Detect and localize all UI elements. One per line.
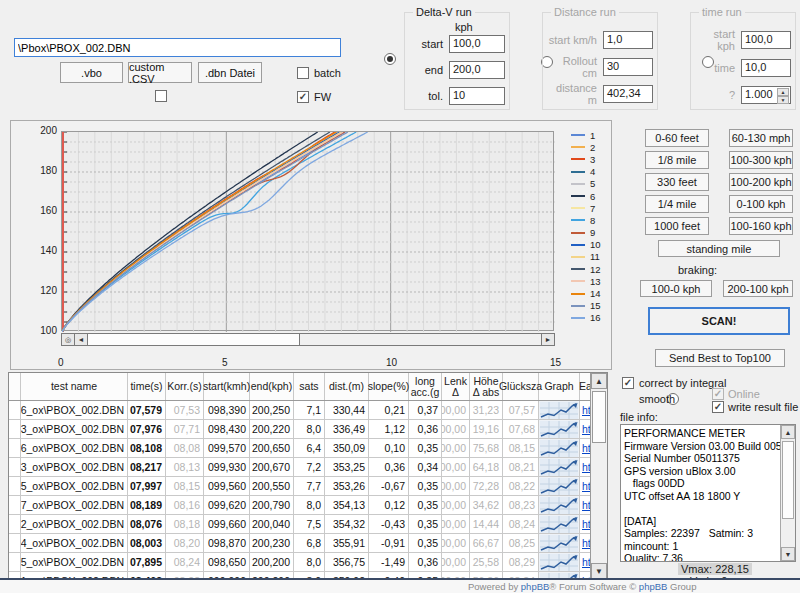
legend-swatch [571,317,585,319]
col-header-test-name[interactable]: test name [21,373,128,400]
btn-0-100-kph[interactable]: 0-100 kph [729,195,793,213]
time-run-start-input[interactable]: 100,0 [741,31,791,49]
distance-rollout-input[interactable]: 30 [603,58,653,76]
cell-graph[interactable] [539,401,580,419]
custom-csv-button[interactable]: custom .CSV [128,62,192,83]
deltav-end-input[interactable]: 200,0 [449,61,505,79]
col-header-end(kph)[interactable]: end(kph) [250,373,294,400]
fw-checkbox[interactable] [297,91,309,103]
cell-graph[interactable] [539,534,580,552]
btn-100-300-kph[interactable]: 100-300 kph [729,151,793,169]
col-header-dist.(m)[interactable]: dist.(m) [325,373,369,400]
cell-graph[interactable] [539,496,580,514]
table-vscrollbar[interactable]: ▲ ▼ [590,373,607,579]
col-header-lenk-δ[interactable]: Lenk Δ [442,373,470,400]
table-scroll-down-icon[interactable]: ▼ [591,563,607,579]
col-header-graph[interactable]: Graph [539,373,580,400]
batch-checkbox[interactable] [297,67,309,79]
scroll-right-icon[interactable]: ► [541,334,554,345]
btn-200-100-kph[interactable]: 200-100 kph [723,280,793,297]
btn-0-60-feet[interactable]: 0-60 feet [645,129,709,147]
table-row[interactable]: 5_ox\PBOX_002.DBN07,89508,24098,650200,2… [9,553,607,572]
cell-graph[interactable] [539,553,580,571]
row-header-cell[interactable] [9,515,21,533]
csv-option-checkbox[interactable] [155,90,167,102]
deltav-tol-input[interactable]: 10 [449,87,505,105]
correct-by-integral-checkbox[interactable] [622,377,634,389]
btn-1-8-mile[interactable]: 1/8 mile [645,151,709,169]
distance-m-input[interactable]: 402,34 [603,85,653,103]
send-best-top100-button[interactable]: Send Best to Top100 [655,349,785,367]
table-scroll-up-icon[interactable]: ▲ [591,373,607,389]
col-header-time(s)[interactable]: time(s) [128,373,166,400]
cell-graph[interactable] [539,515,580,533]
row-header-cell[interactable] [9,496,21,514]
btn-330-feet[interactable]: 330 feet [645,173,709,191]
table-row[interactable]: 14_ox\PBOX_002.DBN08,00308,20098,870200,… [9,534,607,553]
btn-60-130-mph[interactable]: 60-130 mph [729,129,793,147]
write-result-file-checkbox[interactable] [712,401,724,413]
phpbb-link[interactable]: phpBB [521,581,550,592]
cell-graph[interactable] [539,477,580,495]
row-header-cell[interactable] [9,477,21,495]
file-info-scroll-up-icon[interactable]: ▲ [781,425,795,439]
file-info-scrollbar[interactable]: ▲ ▼ [780,425,795,561]
row-header-cell[interactable] [9,553,21,571]
table-row[interactable]: 3_ox\PBOX_002.DBN07,97607,71098,430200,2… [9,420,607,439]
col-header-start(kmh)[interactable]: start(kmh) [204,373,250,400]
file-path-input[interactable] [14,38,341,57]
phpbb-group-link[interactable]: phpBB [639,581,668,592]
deltav-run-radio[interactable] [384,53,396,65]
btn-1000-feet[interactable]: 1000 feet [645,217,709,235]
cell-hohe: 64,18 [470,458,503,476]
spin-up-icon[interactable]: ▲ [777,88,789,96]
row-header-cell[interactable] [9,401,21,419]
vbo-button[interactable]: .vbo [60,62,123,83]
col-header-sats[interactable]: sats [294,373,325,400]
row-header-cell[interactable] [9,420,21,438]
col-header-slope(%)[interactable]: slope(%) [369,373,409,400]
row-header-cell[interactable] [9,458,21,476]
dbn-datei-button[interactable]: .dbn Datei [198,62,262,83]
spin-down-icon[interactable]: ▼ [777,96,789,104]
cell-dist: 354,32 [325,515,369,533]
chart-scroll-thumb[interactable] [88,334,300,345]
cell-hohe: 31,23 [470,401,503,419]
spinner-buttons[interactable]: ▲▼ [777,88,789,104]
cell-graph[interactable] [539,458,580,476]
chart-zoom-icon[interactable]: ◎ [62,334,75,345]
legend-label: 6 [590,191,595,202]
btn-100-0-kph[interactable]: 100-0 kph [640,280,712,297]
table-scroll-thumb[interactable] [592,391,606,443]
chart-hscrollbar[interactable]: ◎ ◄ ► [61,333,555,346]
file-info-scroll-thumb[interactable] [782,441,794,519]
time-run-time-input[interactable]: 10,0 [741,59,791,77]
cell-graph[interactable] [539,439,580,457]
col-header-korr.(s)[interactable]: Korr.(s) [166,373,204,400]
table-row[interactable]: 2_ox\PBOX_002.DBN08,07608,18099,660200,0… [9,515,607,534]
btn-standing-mile[interactable]: standing mile [658,240,780,257]
cell-graph[interactable] [539,420,580,438]
file-info-scroll-down-icon[interactable]: ▼ [781,547,795,561]
btn-100-200-kph[interactable]: 100-200 kph [729,173,793,191]
row-header-cell[interactable] [9,534,21,552]
col-header-rowheader[interactable] [9,373,21,400]
chart-scroll-track[interactable] [300,334,541,345]
deltav-start-input[interactable]: 100,0 [449,35,505,53]
table-row[interactable]: 13_ox\PBOX_002.DBN08,21708,13099,930200,… [9,458,607,477]
distance-start-input[interactable]: 1,0 [603,31,653,49]
scroll-left-icon[interactable]: ◄ [75,334,88,345]
table-row[interactable]: 15_ox\PBOX_002.DBN07,99708,15099,560200,… [9,477,607,496]
table-row[interactable]: 7_ox\PBOX_002.DBN08,18908,16099,620200,7… [9,496,607,515]
time-run-q-spinner[interactable]: 1.000 ▲▼ [741,86,791,104]
file-info-box[interactable]: PERFORMANCE METER Firmware Version 03.00… [620,424,796,562]
table-row[interactable]: 16_ox\PBOX_002.DBN08,10808,08099,570200,… [9,439,607,458]
btn-1-4-mile[interactable]: 1/4 mile [645,195,709,213]
scan-button[interactable]: SCAN! [648,307,790,335]
btn-100-160-kph[interactable]: 100-160 kph [729,217,793,235]
row-header-cell[interactable] [9,439,21,457]
table-row[interactable]: 6_ox\PBOX_002.DBN07,57907,53098,390200,2… [9,401,607,420]
col-header-glücksza[interactable]: Glücksza [503,373,539,400]
cell-lenk: 00,00 [442,401,470,419]
col-header-long-acc.(g[interactable]: long acc.(g [409,373,442,400]
